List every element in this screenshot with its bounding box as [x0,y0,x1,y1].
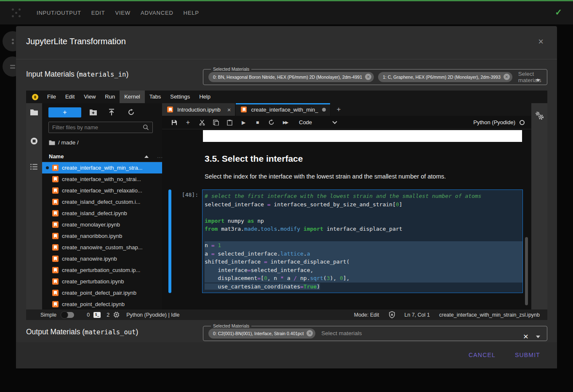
cursor-position[interactable]: Ln 7, Col 1 [405,312,430,318]
table-of-contents-icon[interactable] [30,163,38,170]
kernel-status-text[interactable]: Python (Pyodide) | Idle [126,312,179,318]
file-list: create_interface_with_min_stra...create_… [42,162,162,309]
dropdown-caret-icon[interactable] [536,336,540,338]
material-chip[interactable]: 0: C2(001)-BN(001), Interface, Strain 0.… [208,328,315,339]
top-menu-item-view[interactable]: VIEW [110,1,135,24]
file-list-header[interactable]: Name ... [42,151,162,162]
file-list-item[interactable]: create_island_defect_custom.i... [42,196,162,208]
simple-mode-toggle[interactable] [61,312,74,318]
file-name: create_nanowire_custom_shap... [62,244,143,251]
new-folder-icon[interactable] [89,109,97,116]
file-list-item[interactable]: create_nanowire_custom_shap... [42,242,162,253]
file-list-item[interactable]: create_interface_with_no_strai... [42,173,162,185]
jupyterlite-app: FileEditViewRunKernelTabsSettingsHelp + [26,91,547,320]
material-chip-label: 0: C2(001)-BN(001), Interface, Strain 0.… [213,331,304,336]
jupyter-menu-kernel[interactable]: Kernel [120,91,145,103]
cell-type-select[interactable]: Code [299,119,336,125]
file-list-item[interactable]: create_nanowire.ipynb [42,253,162,264]
stop-kernel-icon[interactable]: ■ [251,120,264,125]
cancel-button[interactable]: CANCEL [469,352,496,358]
file-list-item[interactable]: create_point_defect_pair.ipynb [42,287,162,299]
clear-selection-icon[interactable]: × [523,331,528,341]
sort-ascending-icon [144,155,149,158]
jupyter-menu-tabs[interactable]: Tabs [145,91,165,103]
file-list-item[interactable]: create_point_defect.ipynb [42,299,162,309]
running-kernels-icon[interactable] [30,137,38,145]
paste-cells-icon[interactable] [223,120,237,125]
search-icon [143,124,149,131]
notebook-tab[interactable]: create_interface_with_min_ [236,103,331,116]
upload-icon[interactable] [108,109,115,116]
file-list-item[interactable]: create_island_defect.ipynb [42,208,162,219]
terminal-icon[interactable]: $_ [93,312,101,318]
jupyter-menu-edit[interactable]: Edit [61,91,79,103]
file-name: create_interface_with_min_stra... [62,165,142,171]
dropdown-caret-icon[interactable] [536,79,540,82]
chip-delete-icon[interactable]: × [504,74,510,80]
file-list-item[interactable]: create_interface_with_relaxatio... [42,185,162,196]
notebook-toolbar: + ▶ ■ [162,116,531,129]
kernel-chip-icon[interactable] [113,312,120,318]
close-tab-icon[interactable]: × [227,106,231,113]
input-materials-select[interactable]: Selected Materials 0: BN, Hexagonal Boro… [203,67,547,85]
chip-delete-icon[interactable]: × [306,330,313,336]
editor-mode: Mode: Edit [354,312,379,318]
close-icon[interactable]: × [538,37,544,46]
notebook-tab[interactable]: Introduction.ipynb× [162,103,236,116]
app-logo-icon[interactable] [12,8,21,18]
jupyter-menu-run[interactable]: Run [100,91,120,103]
kernel-name[interactable]: Python (Pyodide) [473,119,515,125]
file-list-item[interactable]: create_interface_with_min_stra... [42,162,162,173]
new-launcher-button[interactable]: + [48,107,81,117]
notebook-file-icon [52,290,59,296]
cell-collapser[interactable] [168,189,171,293]
kernel-status-icon[interactable] [520,120,525,125]
new-tab-icon[interactable]: + [331,103,346,116]
notebook-scrollbar[interactable] [525,237,528,305]
file-list-item[interactable]: create_perturbation_custom.ip... [42,264,162,276]
file-name: create_island_defect_custom.i... [62,199,140,205]
chip-delete-icon[interactable]: × [365,74,371,80]
code-line: # select the first interface with the lo… [205,192,522,200]
output-materials-select[interactable]: Selected Materials 0: C2(001)-BN(001), I… [203,323,547,341]
submit-button[interactable]: SUBMIT [515,352,540,358]
markdown-heading: 3.5. Select the interface [205,154,303,164]
code-line: from mat3ra.made.tools.modify import int… [205,225,522,233]
top-menu-item-edit[interactable]: EDIT [86,1,110,24]
code-cell[interactable]: [48]: # select the first interface with … [168,189,523,293]
file-list-item[interactable]: create_perturbation.ipynb [42,276,162,287]
jupyter-menu-view[interactable]: View [79,91,100,103]
refresh-icon[interactable] [128,109,135,116]
material-chip[interactable]: 1: C, Graphene, HEX (P6/mmm) 2D (Monolay… [378,72,512,82]
top-menu-item-help[interactable]: HELP [179,1,204,24]
top-menu-item-input-output[interactable]: INPUT/OUTPUT [32,1,86,24]
breadcrumb[interactable]: / made / [49,139,79,146]
file-filter-input[interactable] [49,124,143,131]
file-name: create_interface_with_no_strai... [62,176,141,182]
dialog-footer: CANCEL SUBMIT [16,342,557,368]
folder-icon [49,140,55,145]
file-list-item[interactable]: create_nanoribbon.ipynb [42,230,162,242]
shield-icon[interactable] [389,311,395,318]
save-icon[interactable] [167,120,181,125]
file-browser-icon[interactable] [30,109,38,116]
restart-kernel-icon[interactable] [264,119,278,125]
restart-run-all-icon[interactable]: ▶▶ [278,120,292,125]
jupyter-menu-file[interactable]: File [43,91,61,103]
cell-type-value: Code [299,119,312,125]
jupyter-menu-settings[interactable]: Settings [165,91,195,103]
run-cell-icon[interactable]: ▶ [237,120,251,125]
file-name: create_nanoribbon.ipynb [62,233,122,239]
file-list-item[interactable]: create_monolayer.ipynb [42,219,162,230]
notebook-file-icon [52,244,59,251]
material-chip[interactable]: 0: BN, Hexagonal Boron Nitride, HEX (P6/… [208,72,374,82]
cut-cells-icon[interactable] [195,120,209,125]
top-menu-item-advanced[interactable]: ADVANCED [136,1,179,24]
kernel-bulb-icon [32,94,38,100]
property-inspector-gears-icon[interactable] [535,111,544,120]
add-cell-icon[interactable]: + [181,119,195,126]
copy-cells-icon[interactable] [209,120,223,125]
jupyter-menu-help[interactable]: Help [195,91,215,103]
top-menubar: INPUT/OUTPUTEDITVIEWADVANCEDHELP ✓ [0,1,573,24]
code-editor[interactable]: # select the first interface with the lo… [202,189,523,293]
